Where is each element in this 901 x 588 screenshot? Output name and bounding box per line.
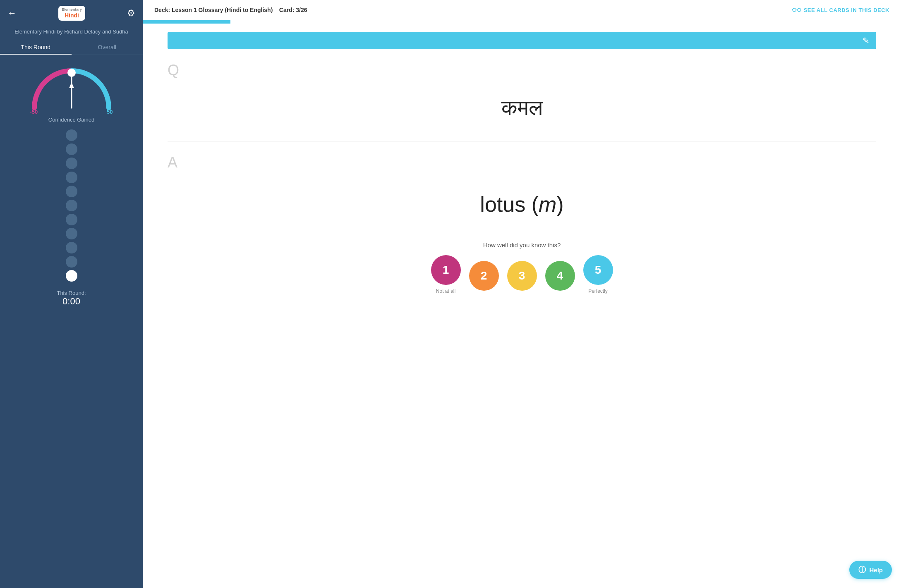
gauge-min-label: -50 xyxy=(30,109,38,115)
rating-button-5[interactable]: 5 xyxy=(583,255,613,285)
dot-10 xyxy=(66,256,77,268)
deck-prefix: Deck: xyxy=(154,7,170,13)
question-section: Q कमल xyxy=(168,49,876,141)
deck-info: Deck: Lesson 1 Glossary (Hindi to Englis… xyxy=(154,7,307,13)
dot-8 xyxy=(66,228,77,239)
gauge-labels: -50 50 xyxy=(30,109,113,115)
rating-button-4[interactable]: 4 xyxy=(545,261,575,291)
back-icon: ← xyxy=(7,8,17,19)
svg-point-1 xyxy=(67,69,76,77)
answer-label: A xyxy=(168,154,876,171)
see-all-label: SEE ALL CARDS IN THIS DECK xyxy=(804,7,889,13)
top-bar: Deck: Lesson 1 Glossary (Hindi to Englis… xyxy=(143,0,901,20)
card-area: ✎ Q कमल A lotus (m) How well did you kno… xyxy=(143,24,901,588)
gauge-svg xyxy=(26,62,117,112)
dot-9 xyxy=(66,242,77,253)
dot-2 xyxy=(66,143,77,155)
rating-item-4: 4 xyxy=(545,261,575,294)
dot-6 xyxy=(66,200,77,211)
dot-4 xyxy=(66,172,77,183)
confidence-gained-label: Confidence Gained xyxy=(48,117,94,123)
svg-point-3 xyxy=(793,8,796,12)
card-header-bar: ✎ xyxy=(168,32,876,49)
svg-line-6 xyxy=(792,10,793,10)
deck-logo: Elementary Hindi xyxy=(58,6,85,21)
settings-button[interactable]: ⚙ xyxy=(127,8,135,19)
confidence-gauge: -50 50 Confidence Gained xyxy=(26,62,117,123)
deck-title: Elementary Hindi by Richard Delacy and S… xyxy=(8,26,135,41)
back-button[interactable]: ← xyxy=(7,8,17,19)
rating-section: How well did you know this? 1 Not at all… xyxy=(168,237,876,306)
answer-section: A lotus (m) xyxy=(168,141,876,237)
dot-1 xyxy=(66,129,77,141)
progress-bar xyxy=(143,20,230,24)
sidebar-header: ← Elementary Hindi ⚙ xyxy=(0,0,143,26)
card-prefix: Card: xyxy=(279,7,295,13)
rating-question: How well did you know this? xyxy=(483,241,561,249)
logo-bottom: Hindi xyxy=(65,12,79,19)
help-label: Help xyxy=(869,566,883,574)
question-text: कमल xyxy=(168,87,876,133)
logo-top: Elementary xyxy=(62,7,82,12)
gear-icon: ⚙ xyxy=(127,8,135,18)
edit-icon[interactable]: ✎ xyxy=(863,36,870,45)
dot-5 xyxy=(66,186,77,197)
dot-3 xyxy=(66,158,77,169)
dot-7 xyxy=(66,214,77,225)
tab-overall[interactable]: Overall xyxy=(72,41,143,55)
rating-button-1[interactable]: 1 xyxy=(431,255,461,285)
gauge-max-label: 50 xyxy=(107,109,113,115)
rating-label-1: Not at all xyxy=(436,288,455,294)
question-label: Q xyxy=(168,62,876,79)
card-number: 3/26 xyxy=(296,7,307,13)
glasses-icon xyxy=(792,7,801,13)
dot-11 xyxy=(66,270,77,282)
rating-button-2[interactable]: 2 xyxy=(469,261,499,291)
main-content: Deck: Lesson 1 Glossary (Hindi to Englis… xyxy=(143,0,901,588)
dots-list xyxy=(66,129,77,282)
rating-buttons: 1 Not at all 2 3 4 5 Perfectly xyxy=(431,255,613,294)
sidebar: ← Elementary Hindi ⚙ Elementary Hindi by… xyxy=(0,0,143,588)
see-all-cards-button[interactable]: SEE ALL CARDS IN THIS DECK xyxy=(792,7,889,13)
rating-item-5: 5 Perfectly xyxy=(583,255,613,294)
answer-text: lotus (m) xyxy=(168,179,876,229)
svg-point-4 xyxy=(798,8,801,12)
rating-item-3: 3 xyxy=(507,261,537,294)
round-tabs: This Round Overall xyxy=(0,41,143,55)
help-button[interactable]: ⓘ Help xyxy=(849,561,892,579)
svg-marker-2 xyxy=(69,82,74,88)
rating-button-3[interactable]: 3 xyxy=(507,261,537,291)
tab-this-round[interactable]: This Round xyxy=(0,41,72,55)
rating-label-5: Perfectly xyxy=(588,288,608,294)
help-circle-icon: ⓘ xyxy=(858,565,866,575)
this-round-label: This Round: xyxy=(57,290,86,296)
this-round-time: 0:00 xyxy=(62,296,80,307)
rating-item-1: 1 Not at all xyxy=(431,255,461,294)
deck-name: Lesson 1 Glossary (Hindi to English) xyxy=(172,7,273,13)
rating-item-2: 2 xyxy=(469,261,499,294)
